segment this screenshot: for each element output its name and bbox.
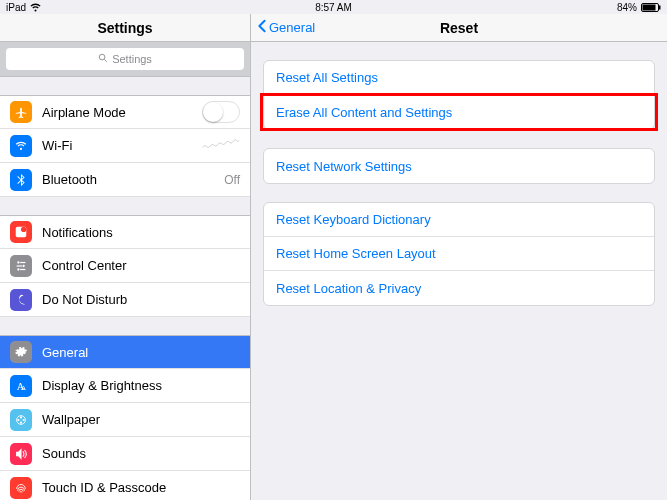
settings-sidebar: Settings Settings Airplane Mode Wi-Fi (0, 14, 251, 500)
sidebar-item-do-not-disturb[interactable]: Do Not Disturb (0, 283, 250, 317)
sidebar-item-label: Airplane Mode (42, 105, 202, 120)
wallpaper-icon (10, 409, 32, 431)
row-label: Reset Home Screen Layout (276, 246, 436, 261)
svg-point-17 (23, 418, 25, 420)
svg-point-19 (17, 418, 19, 420)
row-label: Erase All Content and Settings (276, 105, 452, 120)
svg-rect-2 (659, 5, 661, 9)
reset-all-settings-button[interactable]: Reset All Settings (264, 61, 654, 95)
svg-rect-1 (643, 4, 656, 10)
svg-point-9 (22, 264, 24, 266)
dnd-icon (10, 289, 32, 311)
reset-card-1: Reset All Settings Erase All Content and… (263, 60, 655, 130)
detail-header: General Reset (251, 14, 667, 42)
airplane-icon (10, 101, 32, 123)
sidebar-item-general[interactable]: General (0, 335, 250, 369)
reset-home-screen-button[interactable]: Reset Home Screen Layout (264, 237, 654, 271)
device-label: iPad (6, 2, 26, 13)
reset-network-button[interactable]: Reset Network Settings (264, 149, 654, 183)
airplane-toggle[interactable] (202, 101, 240, 123)
status-time: 8:57 AM (315, 2, 352, 13)
search-placeholder: Settings (112, 53, 152, 65)
sidebar-item-label: Notifications (42, 225, 240, 240)
svg-point-3 (99, 54, 105, 60)
sidebar-item-notifications[interactable]: Notifications (0, 215, 250, 249)
settings-search-input[interactable]: Settings (6, 48, 244, 70)
row-label: Reset All Settings (276, 70, 378, 85)
sidebar-title: Settings (0, 14, 250, 42)
svg-point-11 (17, 268, 19, 270)
wifi-icon (10, 135, 32, 157)
chevron-left-icon (257, 19, 267, 36)
svg-rect-8 (20, 261, 25, 262)
sidebar-item-control-center[interactable]: Control Center (0, 249, 250, 283)
svg-point-18 (20, 421, 22, 423)
sidebar-item-sounds[interactable]: Sounds (0, 437, 250, 471)
wifi-status-icon (30, 3, 41, 12)
sidebar-item-touch-id[interactable]: Touch ID & Passcode (0, 471, 250, 500)
battery-percent: 84% (617, 2, 637, 13)
erase-all-content-button[interactable]: Erase All Content and Settings (264, 95, 654, 129)
svg-rect-10 (17, 265, 22, 266)
touchid-icon (10, 477, 32, 499)
status-bar: iPad 8:57 AM 84% (0, 0, 667, 14)
detail-title: Reset (440, 20, 478, 36)
svg-point-7 (17, 261, 19, 263)
search-icon (98, 53, 108, 65)
bluetooth-status: Off (224, 173, 240, 187)
sidebar-item-label: Control Center (42, 258, 240, 273)
sidebar-item-label: Wi-Fi (42, 138, 202, 153)
control-center-icon (10, 255, 32, 277)
search-wrap: Settings (0, 42, 250, 77)
sidebar-item-label: Wallpaper (42, 412, 240, 427)
row-label: Reset Location & Privacy (276, 281, 421, 296)
reset-card-2: Reset Network Settings (263, 148, 655, 184)
svg-text:A: A (21, 384, 26, 392)
svg-rect-12 (20, 268, 25, 269)
battery-icon (641, 3, 661, 12)
sidebar-item-bluetooth[interactable]: Bluetooth Off (0, 163, 250, 197)
back-button[interactable]: General (257, 19, 315, 36)
sidebar-item-label: Bluetooth (42, 172, 224, 187)
sidebar-item-label: Display & Brightness (42, 378, 240, 393)
svg-line-4 (104, 59, 107, 62)
reset-keyboard-button[interactable]: Reset Keyboard Dictionary (264, 203, 654, 237)
wifi-network-obscured (202, 139, 240, 153)
sidebar-item-label: Sounds (42, 446, 240, 461)
bluetooth-icon (10, 169, 32, 191)
sidebar-item-label: Do Not Disturb (42, 292, 240, 307)
sounds-icon (10, 443, 32, 465)
svg-point-6 (21, 227, 26, 232)
row-label: Reset Keyboard Dictionary (276, 212, 431, 227)
display-icon: AA (10, 375, 32, 397)
back-label: General (269, 20, 315, 35)
row-label: Reset Network Settings (276, 159, 412, 174)
svg-point-16 (20, 416, 22, 418)
reset-card-3: Reset Keyboard Dictionary Reset Home Scr… (263, 202, 655, 306)
gear-icon (10, 341, 32, 363)
sidebar-item-wallpaper[interactable]: Wallpaper (0, 403, 250, 437)
reset-location-privacy-button[interactable]: Reset Location & Privacy (264, 271, 654, 305)
sidebar-item-wifi[interactable]: Wi-Fi (0, 129, 250, 163)
sidebar-item-label: General (42, 345, 240, 360)
sidebar-item-label: Touch ID & Passcode (42, 480, 240, 495)
sidebar-item-airplane-mode[interactable]: Airplane Mode (0, 95, 250, 129)
sidebar-item-display-brightness[interactable]: AA Display & Brightness (0, 369, 250, 403)
detail-pane: General Reset Reset All Settings Erase A… (251, 14, 667, 500)
notifications-icon (10, 221, 32, 243)
